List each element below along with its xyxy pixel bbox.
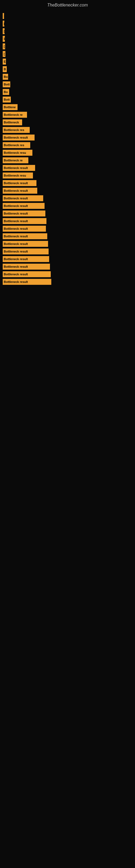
bar-row: Bottleneck result (0, 226, 135, 231)
bar-row: Bott (0, 82, 135, 87)
result-bar: B (3, 66, 7, 72)
bar-row: Bottleneck result (0, 134, 135, 141)
result-bar: Bottleneck result (3, 226, 46, 231)
bar-row: | (0, 13, 135, 19)
result-bar: Bott (3, 97, 11, 102)
bar-row: Bottleneck result (0, 233, 135, 239)
result-bar: Bottleneck result (3, 203, 45, 209)
result-bar: E (3, 36, 5, 42)
bar-row: Bottleneck res (0, 127, 135, 133)
bar-row: B (0, 66, 135, 72)
result-bar: [ (3, 28, 5, 34)
result-bar: Bottleneck result (3, 180, 37, 186)
bar-row: Bottleneck result (0, 279, 135, 285)
bar-row: Bottleneck result (0, 211, 135, 216)
bar-row: Bottleneck result (0, 248, 135, 254)
bar-row: Bottleneck result (0, 195, 135, 201)
bar-row: Bottleneck (0, 119, 135, 125)
bar-row: [ (0, 28, 135, 34)
result-bar: Bottleneck res (3, 127, 30, 133)
result-bar: [ (3, 21, 4, 27)
result-bar: Bottleneck result (3, 264, 50, 270)
result-bar: Bottleneck result (3, 211, 45, 216)
bar-row: Bo (0, 74, 135, 80)
result-bar: Bottleneck result (3, 188, 37, 194)
result-bar: Bottleneck result (3, 195, 43, 201)
result-bar: Bott (3, 82, 10, 87)
bar-row: [ (0, 51, 135, 57)
bar-row: Bottleneck result (0, 203, 135, 209)
result-bar: Bottleneck re (3, 112, 27, 118)
result-bar: Bottleneck result (3, 248, 49, 254)
result-bar: Bottleneck result (3, 165, 35, 171)
bar-row: [ (0, 21, 135, 27)
bar-row: Bottleneck result (0, 256, 135, 262)
bar-row: E (0, 36, 135, 42)
result-bar: Bottleneck result (3, 134, 35, 141)
result-bar: Bottleneck re (3, 157, 28, 163)
bar-row: Bottleneck result (0, 218, 135, 224)
bar-row: Bottleneck re (0, 112, 135, 118)
result-bar: Bottleneck result (3, 271, 51, 277)
bar-row: Bottleneck resu (0, 173, 135, 179)
result-bar: E (3, 59, 6, 65)
result-bar: [ (3, 43, 5, 50)
bar-row: Bo (0, 89, 135, 95)
result-bar: Bo (3, 74, 8, 80)
result-bar: | (3, 13, 4, 19)
bar-row: Bottleneck res (0, 142, 135, 148)
result-bar: Bottleneck result (3, 218, 46, 224)
bar-row: [ (0, 43, 135, 50)
result-bar: Bottleneck result (3, 279, 51, 285)
result-bar: Bottleneck resu (3, 150, 32, 156)
bar-row: Bottleneck result (0, 241, 135, 247)
bar-row: Bottleneck result (0, 264, 135, 270)
result-bar: Bottleneck result (3, 233, 47, 239)
bar-row: Bottleneck resu (0, 150, 135, 156)
bar-row: Bottleneck result (0, 180, 135, 186)
site-title: TheBottlenecker.com (0, 0, 135, 13)
result-bar: Bottleneck result (3, 241, 48, 247)
result-bar: Bottleneck resu (3, 173, 33, 179)
bar-row: Bottleneck result (0, 165, 135, 171)
result-bar: Bottleneck res (3, 142, 30, 148)
bar-row: Bottleneck result (0, 271, 135, 277)
bar-row: Bottlene (0, 104, 135, 110)
bar-row: Bott (0, 97, 135, 102)
bar-row: E (0, 59, 135, 65)
result-bar: Bottleneck (3, 119, 22, 125)
result-bar: Bo (3, 89, 9, 95)
result-bar: Bottlene (3, 104, 17, 110)
bar-row: Bottleneck re (0, 157, 135, 163)
result-bar: [ (3, 51, 5, 57)
result-bar: Bottleneck result (3, 256, 49, 262)
bar-row: Bottleneck result (0, 188, 135, 194)
